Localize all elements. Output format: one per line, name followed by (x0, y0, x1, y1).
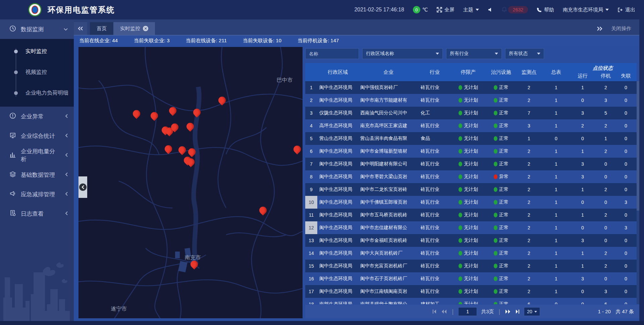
stop-status-label: 无计划 (464, 199, 478, 205)
cell-count: 1 (541, 81, 571, 94)
table-row[interactable]: 3仪陇生态环境局西南油气田分公司川中化工无计划正常71350 (305, 107, 637, 119)
facility-status-label: 正常 (499, 161, 508, 167)
table-header-cell[interactable]: 行政区域 (317, 63, 358, 81)
cell-stop-status: 无计划 (451, 196, 486, 209)
table-header-cell[interactable]: 停机 (594, 72, 617, 81)
table-header-cell[interactable]: 行业 (419, 63, 451, 81)
table-header-cell[interactable]: 企业 (358, 63, 419, 81)
table-row[interactable]: 5营山生态环境局营山县润丰肉食品有限食品无计划正常10010 (305, 132, 637, 145)
cell-count: 0 (617, 132, 635, 145)
notifications-button[interactable]: 2632 (502, 6, 528, 13)
phone-icon (537, 7, 542, 12)
double-right-icon[interactable] (597, 26, 602, 31)
facility-status-label: 正常 (499, 276, 508, 282)
sidebar-group-6[interactable]: 应急减排管理 (0, 184, 74, 204)
name-search-input[interactable] (305, 48, 359, 59)
cell-facility-status: 正常 (486, 119, 517, 132)
table-row[interactable]: 13阆中生态环境局阆中市金福旺页岩机砖砖瓦行业无计划正常21300 (305, 234, 637, 247)
page-number-input[interactable] (458, 307, 477, 316)
sidebar-item[interactable]: 实时监控 (0, 41, 74, 62)
sidebar-group-2[interactable]: 企业异常 (0, 107, 74, 126)
page-size-select[interactable]: 20 (524, 307, 540, 316)
cell-count: 3 (594, 94, 617, 107)
cell-stop-status: 无计划 (451, 234, 486, 247)
table-row[interactable]: 11阆中生态环境局阆中市五马桥页岩机砖砖瓦行业无计划正常21120 (305, 209, 637, 221)
facility-status-label: 正常 (499, 288, 508, 294)
table-row[interactable]: 14阆中生态环境局阆中大兴页岩机砖厂砖瓦行业无计划正常21120 (305, 247, 637, 260)
tabs-scroll-left-button[interactable] (74, 22, 87, 35)
table-scrollbar[interactable] (637, 81, 639, 304)
sidebar-group-1[interactable]: 数据监测 (0, 19, 74, 39)
tab-home[interactable]: 首页 (90, 22, 113, 35)
table-row[interactable]: 8阆中生态环境局阆中市枣碧大梁山页岩砖瓦行业无计划异常21300 (305, 170, 637, 183)
table-header-cell[interactable]: 治污设施 (486, 63, 517, 81)
sidebar-group-4[interactable]: 企业用电量分析 (0, 146, 74, 165)
status-dot-icon (494, 136, 497, 141)
cell-region: 阆中生态环境局 (317, 221, 358, 234)
cell-stop-status: 无计划 (451, 209, 486, 221)
status-dot-icon (459, 149, 462, 154)
cell-facility-status: 正常 (486, 247, 517, 260)
stop-status-label: 无计划 (464, 276, 478, 282)
facility-status-label: 正常 (499, 301, 508, 304)
table-row[interactable]: 2阆中生态环境局阆中市南方节能建材有砖瓦行业无计划正常21030 (305, 94, 637, 107)
sidebar-group-3[interactable]: 企业综合统计 (0, 126, 74, 146)
fullscreen-button[interactable]: 全屏 (437, 7, 454, 13)
status-dot-icon (459, 276, 462, 281)
table-row[interactable]: 16阆中生态环境局阆中市石子页岩机砖厂砖瓦行业无计划正常21300 (305, 272, 637, 285)
table-row[interactable]: 15阆中生态环境局阆中市光富页岩机砖厂砖瓦行业无计划正常21120 (305, 260, 637, 272)
table-row[interactable]: 18南部生态环境局南部县砚华土陶有限公建材加工无计划正常60060 (305, 298, 637, 304)
table-header-group: 点位状态 (571, 63, 635, 72)
first-page-button[interactable] (432, 309, 437, 314)
table-header-cell[interactable]: 监测点 (517, 63, 541, 81)
prev-page-button[interactable] (441, 309, 447, 314)
table-row[interactable]: 9阆中生态环境局阆中市二龙长宝页岩砖砖瓦行业无计划正常21120 (305, 183, 637, 196)
org-dropdown[interactable]: 南充市生态环境局 (563, 7, 609, 13)
close-icon[interactable]: ✕ (143, 26, 148, 31)
mute-button[interactable] (488, 7, 493, 12)
next-page-button[interactable] (505, 309, 511, 314)
tab-label: 首页 (97, 25, 107, 32)
cell-count: 3 (571, 158, 594, 170)
status-dot-icon (494, 85, 497, 90)
map[interactable]: 巴中市南充市遂宁市 (78, 47, 303, 318)
table-row[interactable]: 10阆中生态环境局阆中千佛镇五郎垭页岩砖瓦行业无计划正常21003 (305, 196, 637, 209)
map-city-label: 遂宁市 (111, 306, 127, 313)
sidebar-item[interactable]: 企业电力负荷明细 (0, 83, 74, 103)
table-header-cell[interactable]: 总表 (541, 63, 571, 81)
status-select[interactable]: 所有状态 (505, 48, 544, 59)
region-select[interactable]: 行政区域名称 (362, 48, 443, 59)
close-operations-button[interactable]: 关闭操作 (611, 25, 631, 32)
logout-button[interactable]: 退出 (618, 7, 635, 13)
cell-facility-status: 正常 (486, 298, 517, 304)
table-header-cell[interactable]: 失联 (617, 72, 635, 81)
alert-circle-icon (9, 112, 16, 121)
cell-count: 3 (617, 221, 635, 234)
table-row[interactable]: 12阆中生态环境局阆中市忠信建材有限公砖瓦行业无计划正常21003 (305, 221, 637, 234)
tab-realtime[interactable]: 实时监控✕ (113, 22, 155, 35)
sidebar-item-label: 企业电力负荷明细 (25, 90, 68, 97)
last-page-button[interactable] (515, 309, 520, 314)
page-scrollbar[interactable] (639, 19, 644, 321)
double-left-icon (78, 26, 83, 31)
table-row[interactable]: 7阆中生态环境局阆中明阳建材有限公司砖瓦行业无计划正常21300 (305, 158, 637, 170)
cell-region: 阆中生态环境局 (317, 170, 358, 183)
sidebar-item[interactable]: 视频监控 (0, 62, 74, 83)
table-row[interactable]: 1阆中生态环境局阆中强锐页岩砖厂砖瓦行业无计划正常21120 (305, 81, 637, 94)
sidebar-group-7[interactable]: 日志查看 (0, 204, 74, 223)
sidebar-group-5[interactable]: 基础数据管理 (0, 165, 74, 184)
cell-facility-status: 正常 (486, 196, 517, 209)
table-header-cell[interactable]: 停限产 (451, 63, 486, 81)
table-header-cell[interactable]: 运行 (571, 72, 594, 81)
table-row[interactable]: 17阆中生态环境局阆中市江南镇阆南页岩砖瓦行业无计划正常21030 (305, 285, 637, 298)
cell-count: 1 (594, 132, 617, 145)
theme-dropdown[interactable]: 主题 (463, 7, 479, 13)
map-collapse-button[interactable] (78, 176, 87, 198)
cell-stop-status: 无计划 (451, 285, 486, 298)
facility-status-label: 异常 (499, 174, 508, 180)
total-records-label: 共 47 条 (615, 309, 634, 315)
table-row[interactable]: 6阆中生态环境局阆中市金博瑞新型墙材砖瓦行业无计划正常21120 (305, 145, 637, 158)
industry-select[interactable]: 所有行业 (446, 48, 502, 59)
table-row[interactable]: 4高坪生态环境局南充市高坪区王家店建砖瓦行业无计划正常31220 (305, 119, 637, 132)
help-button[interactable]: 帮助 (537, 7, 554, 13)
